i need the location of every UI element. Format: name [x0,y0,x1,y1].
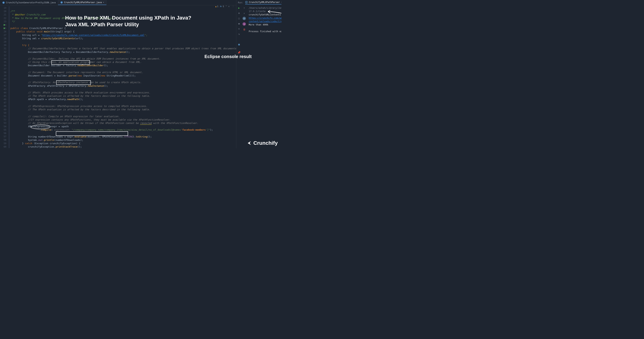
scroll-up-icon[interactable]: ↑ [243,6,246,9]
run-toolbar-left: ▶ ⚙ ▢ ◉ ⎋ ⇲ ▦ 📌 [236,5,242,148]
run-config-icon [245,1,248,4]
tab-label: CrunchifyXMLXPathParser.java [64,1,102,4]
run-header: Run: CrunchifyXMLXPathParser × — ⋮ [236,0,282,5]
tab-crunchify-json[interactable]: C CrunchifyJsonGeneratorPrettyJSON.java [0,0,58,5]
svg-text:C: C [3,2,4,3]
tab-crunchify-xml[interactable]: C CrunchifyXMLXPathParser.java × [58,0,106,5]
line-gutter: 1920212223242526272829303132333435363738… [0,5,8,148]
exit-icon[interactable]: ⎋ [238,27,240,30]
save-icon[interactable]: ▢ [238,17,240,20]
run-settings-icon[interactable]: ⚙ [238,12,240,14]
clear-icon[interactable]: 🗑 [243,28,246,31]
java-class-icon: C [2,1,5,4]
scroll-down-icon[interactable]: ↓ [243,12,246,14]
layout-icon[interactable]: ▦ [238,43,240,46]
java-class-icon: C [60,1,63,4]
dump-threads-icon[interactable]: ◉ [238,22,240,25]
editor-tabs: C CrunchifyJsonGeneratorPrettyJSON.java … [0,0,236,5]
overlay-title: How to Parse XML Document using XPath in… [65,14,191,28]
scroll-to-end-icon[interactable]: ⇥ [242,22,246,26]
brand-logo: Crunchify [246,140,278,146]
overlay-console-label: Eclipse console result [204,54,252,59]
pin-icon[interactable]: 📌 [238,51,240,54]
close-icon[interactable]: × [103,1,104,4]
run-config-tab[interactable]: CrunchifyXMLXPathParser × [245,1,282,4]
run-toolbar-console: ↑ ↓ ↩ ⇥ 🗑 [242,5,247,148]
run-config-name: CrunchifyXMLXPathParser [249,1,280,4]
console-output[interactable]: /Users/ashah/Library/Java/JavaVirtualMac… [247,5,282,148]
rerun-icon[interactable]: ▶ [238,6,240,9]
soft-wrap-icon[interactable]: ↩ [242,17,246,20]
tab-label: CrunchifyJsonGeneratorPrettyJSON.java [6,1,56,4]
crunchify-icon [246,140,252,146]
gutter-markers [8,5,10,148]
close-icon[interactable]: × [281,1,282,4]
run-label: Run: [238,1,243,4]
export-icon[interactable]: ⇲ [238,32,240,35]
svg-text:C: C [61,2,62,3]
